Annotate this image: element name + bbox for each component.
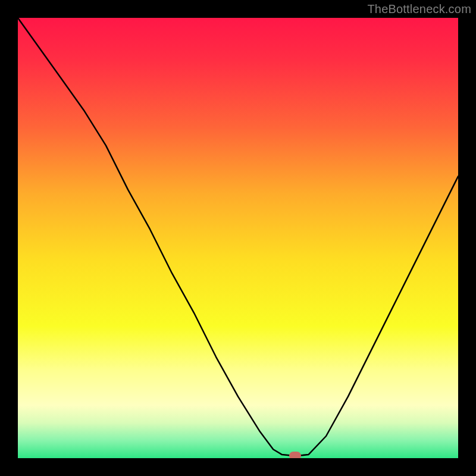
chart-canvas	[18, 18, 458, 458]
chart-frame: TheBottleneck.com	[0, 0, 476, 476]
gradient-background	[18, 18, 458, 458]
plot-area	[18, 18, 458, 458]
watermark-text: TheBottleneck.com	[367, 2, 471, 16]
optimal-point-marker	[289, 452, 301, 458]
